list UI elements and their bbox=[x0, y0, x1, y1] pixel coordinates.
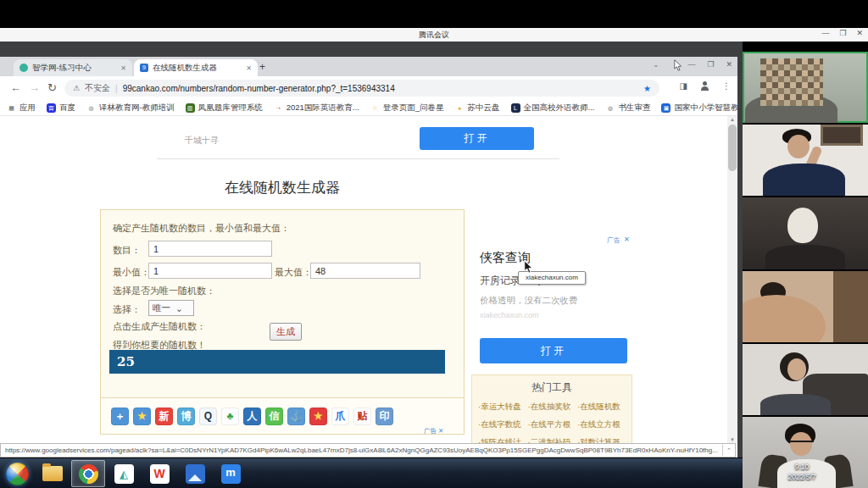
ad-mini-label: 广告✕ bbox=[424, 427, 443, 435]
tab-label: 在线随机数生成器 bbox=[153, 63, 242, 74]
hot-tool-link[interactable]: ·在线随机数 bbox=[577, 397, 627, 415]
participant-video[interactable] bbox=[743, 344, 868, 415]
scroll-down-icon[interactable]: ▼ bbox=[727, 437, 737, 442]
bookmark-favicon-icon: ◍ bbox=[605, 103, 615, 113]
ad-close-icon[interactable]: ✕ bbox=[624, 236, 630, 245]
bookmark-item[interactable]: ●苏中云盘 bbox=[455, 103, 500, 114]
top-ad-text: 千城十寻 bbox=[185, 135, 219, 147]
count-input[interactable] bbox=[148, 241, 272, 257]
bookmark-item[interactable]: L全国高校外语教师... bbox=[511, 103, 595, 114]
bookmark-label: 全国高校外语教师... bbox=[524, 103, 595, 114]
scroll-up-icon[interactable]: ▲ bbox=[727, 117, 737, 122]
bookmark-item[interactable]: ▥凤凰题库管理系统 bbox=[186, 103, 263, 114]
profile-avatar-icon[interactable] bbox=[700, 81, 709, 91]
baidu-collect-icon[interactable]: 爪 bbox=[331, 408, 349, 425]
result-value: 25 bbox=[109, 350, 445, 374]
bookmark-item[interactable]: ➝2021国际英语教育... bbox=[274, 103, 359, 114]
taskbar-meeting-app-button[interactable]: m bbox=[214, 460, 248, 487]
hot-tool-link[interactable]: ·在线字数统 bbox=[478, 415, 528, 433]
mouse-cursor-icon bbox=[524, 260, 532, 274]
back-button[interactable]: ← bbox=[10, 81, 21, 94]
bookmark-item[interactable]: ◍书生审查 bbox=[605, 103, 650, 114]
generate-button[interactable]: 生成 bbox=[270, 323, 302, 341]
kaixin-icon[interactable]: ♣ bbox=[221, 408, 239, 425]
new-tab-button[interactable]: + bbox=[259, 61, 265, 73]
taskbar-explorer-button[interactable] bbox=[36, 460, 70, 487]
address-bar[interactable]: ⚠ 不安全 | 99cankao.com/numbers/random-numb… bbox=[64, 80, 659, 97]
participant-video-list bbox=[743, 42, 868, 488]
hot-tool-link[interactable]: ·矩阵在线计 bbox=[478, 433, 528, 443]
reload-button[interactable]: ↻ bbox=[47, 81, 57, 94]
browser-minimize-button[interactable]: — bbox=[687, 60, 695, 69]
taskbar-clock[interactable]: 9:10 2022/5/7 bbox=[780, 462, 824, 483]
taskbar-wps-button[interactable]: W bbox=[142, 460, 176, 487]
bookmark-item[interactable]: ◍译林教育网-教师培训 bbox=[86, 103, 175, 114]
bookmark-item[interactable]: ▦应用 bbox=[7, 103, 36, 114]
hot-tool-link[interactable]: ·在线立方根 bbox=[577, 415, 627, 433]
hot-tool-link[interactable]: ·幸运大转盘 bbox=[478, 397, 528, 415]
vertical-scrollbar[interactable]: ▲ ▼ bbox=[727, 116, 737, 443]
hot-tools-grid: ·幸运大转盘·在线抽奖软·在线随机数·在线字数统·在线平方根·在线立方根·矩阵在… bbox=[478, 397, 627, 443]
scrollbar-thumb[interactable] bbox=[728, 125, 737, 171]
participant-video[interactable] bbox=[743, 52, 868, 123]
sidebar-ad-open-button[interactable]: 打开 bbox=[480, 338, 627, 363]
bookmark-item[interactable]: ▣国家中小学智慧教... bbox=[661, 103, 737, 114]
tab-zhixuewang[interactable]: 智学网-练习中心 ✕ bbox=[14, 59, 132, 76]
bookmark-star-icon[interactable]: ★ bbox=[643, 84, 651, 93]
bookmark-label: 译林教育网-教师培训 bbox=[99, 103, 175, 114]
qq-icon[interactable]: Q bbox=[199, 408, 217, 425]
bookmark-favicon-icon: ◍ bbox=[86, 103, 96, 113]
max-input[interactable] bbox=[310, 263, 420, 279]
tieba-icon[interactable]: 贴 bbox=[353, 408, 371, 425]
bookmark-item[interactable]: 百百度 bbox=[47, 103, 75, 114]
menu-dots-icon[interactable]: ⋮ bbox=[722, 81, 731, 91]
hot-tool-link[interactable]: ·二进制补码 bbox=[528, 433, 578, 443]
participant-video[interactable] bbox=[743, 125, 868, 196]
tab-close-icon[interactable]: ✕ bbox=[246, 64, 252, 72]
taskbar-photos-button[interactable] bbox=[178, 460, 212, 487]
participant-video[interactable] bbox=[743, 271, 868, 342]
qzone-icon[interactable]: ★ bbox=[309, 408, 327, 425]
screenshare-app-icon: ◭ bbox=[114, 464, 134, 484]
clock-date: 2022/5/7 bbox=[780, 472, 824, 482]
clock-time: 9:10 bbox=[780, 462, 824, 472]
share-add-icon[interactable]: ＋ bbox=[111, 408, 129, 425]
meeting-minimize-button[interactable]: — bbox=[821, 29, 829, 37]
generator-panel: 确定产生随机数的数目，最小值和最大值： 数目： 最小值： 最大值： 选择是否为唯… bbox=[100, 209, 465, 399]
tab-label: 智学网-练习中心 bbox=[32, 63, 116, 74]
security-label: 不安全 bbox=[85, 82, 110, 94]
hot-tool-link[interactable]: ·对数计算器 bbox=[577, 433, 627, 443]
top-ad-open-button[interactable]: 打开 bbox=[420, 127, 534, 150]
forward-button[interactable]: → bbox=[29, 81, 40, 94]
sidebar-ad-title[interactable]: 侠客查询 bbox=[480, 250, 531, 266]
side-panel-icon[interactable]: ◨ bbox=[680, 81, 687, 91]
yixin-icon[interactable]: ⚓ bbox=[287, 408, 305, 425]
min-input[interactable] bbox=[148, 263, 272, 279]
tencent-weibo-icon[interactable]: 博 bbox=[177, 408, 195, 425]
sina-weibo-icon[interactable]: 新 bbox=[155, 408, 173, 425]
qq-bookmark-icon[interactable]: ★ bbox=[133, 408, 151, 425]
tab-close-icon[interactable]: ✕ bbox=[120, 64, 126, 72]
taskbar-screenshare-app-button[interactable]: ◭ bbox=[107, 460, 141, 487]
unique-select[interactable]: 唯一 ⌄ bbox=[148, 300, 194, 316]
hot-tool-link[interactable]: ·在线平方根 bbox=[528, 415, 578, 433]
start-orb-icon[interactable] bbox=[6, 463, 29, 485]
browser-window: 智学网-练习中心 ✕ 9 在线随机数生成器 ✕ + ⌄ — ❐ ✕ bbox=[0, 57, 737, 458]
bookmark-item[interactable]: ☆登录页面_问卷星 bbox=[370, 103, 444, 114]
wechat-icon[interactable]: 信 bbox=[265, 408, 283, 425]
taskbar-chrome-button[interactable] bbox=[71, 460, 105, 487]
browser-close-button[interactable]: ✕ bbox=[726, 60, 732, 69]
divider bbox=[157, 158, 559, 159]
meeting-close-button[interactable]: ✕ bbox=[856, 29, 863, 37]
hot-tool-link[interactable]: ·在线抽奖软 bbox=[528, 397, 578, 415]
participant-video[interactable] bbox=[743, 197, 868, 269]
print-icon[interactable]: 印 bbox=[376, 408, 393, 425]
renren-icon[interactable]: 人 bbox=[243, 408, 261, 425]
ad-close-icon[interactable]: ✕ bbox=[438, 427, 443, 435]
browser-restore-button[interactable]: ❐ bbox=[707, 60, 714, 69]
status-expand-icon[interactable]: ⌃ bbox=[722, 445, 735, 456]
tab-random-generator[interactable]: 9 在线随机数生成器 ✕ bbox=[134, 59, 258, 76]
meeting-maximize-button[interactable]: ❐ bbox=[839, 29, 846, 37]
glasses bbox=[789, 441, 814, 445]
hot-tools-panel: 热门工具 ·幸运大转盘·在线抽奖软·在线随机数·在线字数统·在线平方根·在线立方… bbox=[471, 374, 632, 443]
